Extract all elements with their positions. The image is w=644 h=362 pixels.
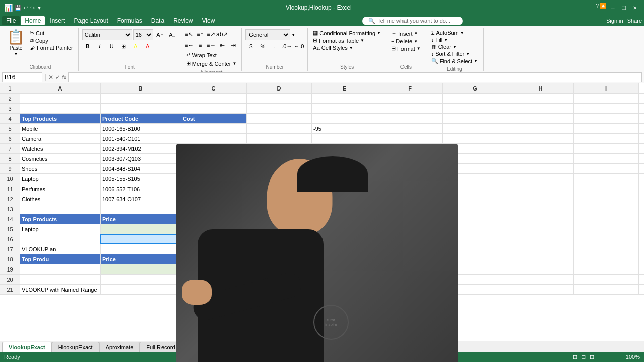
tab-vlookup-exact[interactable]: VlookupExact — [2, 342, 52, 352]
font-color-button[interactable]: A — [142, 41, 153, 51]
cell-b2[interactable] — [101, 94, 181, 103]
indent-decrease-button[interactable]: ⇤ — [217, 40, 227, 50]
cell-b1[interactable] — [101, 83, 181, 93]
cut-button[interactable]: ✂ Cut — [28, 29, 75, 37]
fill-dropdown-icon[interactable]: ▼ — [444, 38, 448, 42]
format-dropdown-icon[interactable]: ▼ — [417, 46, 421, 51]
cell-B10[interactable]: 1005-155-S105 — [101, 174, 181, 184]
format-button[interactable]: ⊟ Format ▼ — [389, 45, 423, 52]
cell-A11[interactable]: Perfumes — [20, 184, 101, 194]
cell-B18[interactable]: Price — [101, 254, 181, 264]
menu-home[interactable]: Home — [21, 16, 45, 25]
cell-A10[interactable]: Laptop — [20, 174, 101, 184]
cell-A15[interactable]: Laptop — [20, 224, 101, 234]
cell-H15[interactable] — [508, 224, 574, 234]
cell-B11[interactable]: 1006-552-T106 — [101, 184, 181, 194]
cell-a1[interactable] — [20, 83, 101, 93]
increase-font-size-button[interactable]: A↑ — [154, 30, 166, 40]
cell-A21[interactable]: VLOOKUP with Named Range — [20, 285, 101, 294]
cell-A5[interactable]: Mobile — [20, 124, 101, 133]
cell-A13[interactable] — [20, 204, 101, 214]
cell-B13[interactable] — [101, 204, 181, 214]
cell-a3[interactable] — [20, 104, 101, 113]
cell-d1[interactable] — [247, 83, 312, 93]
cell-H21[interactable] — [508, 285, 574, 294]
menu-insert[interactable]: Insert — [46, 16, 69, 25]
cell-H20[interactable] — [508, 275, 574, 284]
cell-H7[interactable] — [508, 144, 574, 153]
cell-C5[interactable] — [181, 124, 247, 133]
comma-button[interactable]: , — [269, 41, 280, 51]
insert-function-icon[interactable]: fx — [62, 74, 67, 80]
view-normal-icon[interactable]: ⊞ — [573, 354, 577, 360]
cell-H12[interactable] — [508, 194, 574, 204]
cell-f2[interactable] — [377, 94, 443, 103]
cell-E5[interactable]: -95 — [312, 124, 377, 133]
cell-H6[interactable] — [508, 134, 574, 143]
cell-D4[interactable] — [247, 114, 312, 123]
cell-A4[interactable]: Top Products — [20, 114, 101, 123]
align-right-button[interactable]: ≡→ — [206, 40, 216, 50]
cell-I5[interactable] — [574, 124, 639, 133]
italic-button[interactable]: I — [94, 41, 105, 51]
cell-H13[interactable] — [508, 204, 574, 214]
cell-B15[interactable] — [101, 224, 181, 234]
cell-H4[interactable] — [508, 114, 574, 123]
ribbon-toggle-icon[interactable]: 🔼 — [600, 3, 607, 13]
sort-dropdown-icon[interactable]: ▼ — [466, 52, 470, 56]
cell-B8[interactable]: 1003-307-Q103 — [101, 154, 181, 163]
delete-dropdown-icon[interactable]: ▼ — [414, 39, 418, 44]
number-dropdown-icon[interactable]: ▼ — [291, 33, 295, 37]
cell-D5[interactable] — [247, 124, 312, 133]
cell-B17[interactable] — [101, 244, 181, 254]
cell-H9[interactable] — [508, 164, 574, 173]
cell-A17[interactable]: VLOOKUP an — [20, 244, 101, 254]
cell-e3[interactable] — [312, 104, 377, 113]
decrease-font-size-button[interactable]: A↓ — [167, 30, 178, 40]
cell-I7[interactable] — [574, 144, 639, 153]
cell-f3[interactable] — [377, 104, 443, 113]
cell-H10[interactable] — [508, 174, 574, 184]
cell-B9[interactable]: 1004-848-S104 — [101, 164, 181, 173]
cell-A9[interactable]: Shoes — [20, 164, 101, 173]
cell-B21[interactable] — [101, 285, 181, 294]
cell-I20[interactable] — [574, 275, 639, 284]
menu-file[interactable]: File — [2, 16, 20, 25]
cell-A6[interactable]: Camera — [20, 134, 101, 143]
cell-c2[interactable] — [181, 94, 247, 103]
cell-b3[interactable] — [101, 104, 181, 113]
align-top-right-button[interactable]: ≡↗ — [206, 29, 216, 39]
close-button[interactable]: ✕ — [630, 3, 640, 13]
cs-dropdown-icon[interactable]: ▼ — [349, 46, 353, 50]
cell-H17[interactable] — [508, 244, 574, 254]
save-icon[interactable]: 💾 — [15, 5, 22, 11]
cell-B7[interactable]: 1002-394-M102 — [101, 144, 181, 153]
cell-I4[interactable] — [574, 114, 639, 123]
cell-I12[interactable] — [574, 194, 639, 204]
cell-I9[interactable] — [574, 164, 639, 173]
search-placeholder[interactable]: Tell me what you want to do... — [377, 18, 450, 24]
menu-formulas[interactable]: Formulas — [113, 16, 146, 25]
paste-button[interactable]: 📋 Paste ▼ — [5, 29, 27, 57]
cell-F4[interactable] — [377, 114, 443, 123]
cell-d2[interactable] — [247, 94, 312, 103]
undo-icon[interactable]: ↩ — [24, 5, 28, 11]
cell-I6[interactable] — [574, 134, 639, 143]
cell-A7[interactable]: Watches — [20, 144, 101, 153]
cell-C4[interactable]: Cost — [181, 114, 247, 123]
cell-I10[interactable] — [574, 174, 639, 184]
cell-G4[interactable] — [443, 114, 508, 123]
insert-dropdown-icon[interactable]: ▼ — [414, 31, 418, 36]
cell-B14[interactable]: Price — [101, 214, 181, 224]
cell-G5[interactable] — [443, 124, 508, 133]
cell-B16[interactable] — [101, 234, 181, 244]
cell-C6[interactable] — [181, 134, 247, 143]
cell-i1[interactable] — [574, 83, 639, 93]
cell-H18[interactable] — [508, 254, 574, 264]
view-page-icon[interactable]: ⊡ — [590, 354, 594, 360]
align-top-center-button[interactable]: ≡↑ — [195, 29, 205, 39]
help-icon[interactable]: ? — [596, 3, 599, 13]
cell-c3[interactable] — [181, 104, 247, 113]
cell-A12[interactable]: Clothes — [20, 194, 101, 204]
share-button[interactable]: Share — [627, 18, 642, 24]
